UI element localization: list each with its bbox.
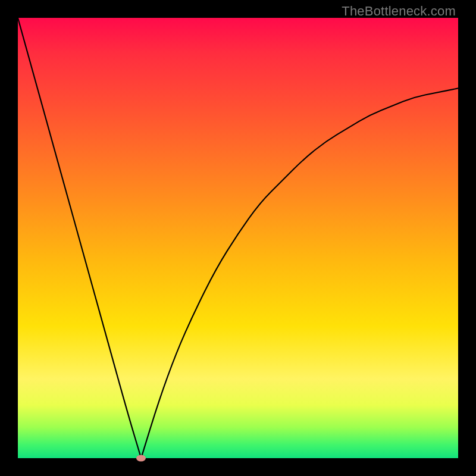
min-marker bbox=[136, 455, 146, 462]
chart-frame: TheBottleneck.com bbox=[0, 0, 476, 476]
plot-area bbox=[18, 18, 458, 458]
bottleneck-curve bbox=[18, 18, 458, 458]
watermark-text: TheBottleneck.com bbox=[342, 4, 456, 19]
curve-layer bbox=[18, 18, 458, 458]
